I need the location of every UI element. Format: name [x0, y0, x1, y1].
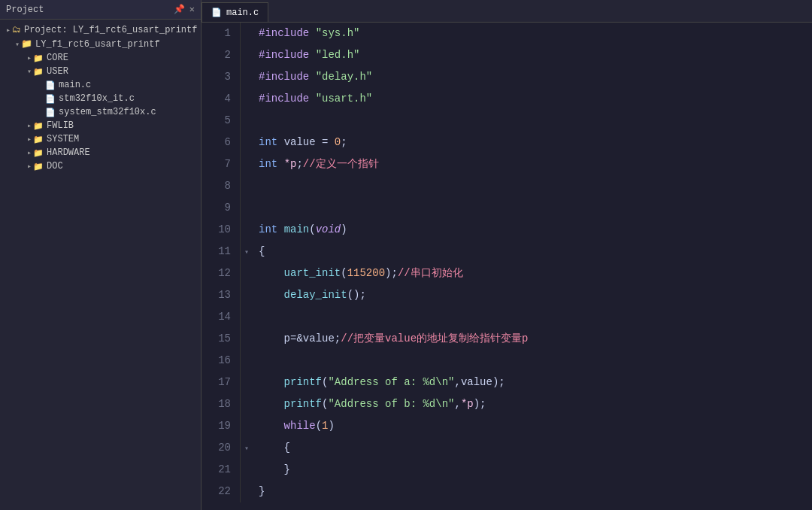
fold-5 — [241, 110, 253, 132]
code-15: p=&value;//把变量value的地址复制给指针变量p — [253, 328, 812, 350]
line-num-10: 10 — [201, 219, 241, 241]
line-num-1: 1 — [201, 23, 241, 44]
core-folder-item[interactable]: ▸ 📁 CORE — [0, 51, 201, 65]
editor-area: 📄 main.c 1 #include "sys.h" 2 #include "… — [201, 0, 812, 510]
line-11: 11 ▾ { — [201, 241, 812, 263]
fwlib-icon: 📁 — [33, 121, 44, 131]
line-5: 5 — [201, 110, 812, 132]
pin-icon[interactable]: 📌 — [174, 4, 185, 15]
fold-11[interactable]: ▾ — [241, 241, 253, 263]
fold-4 — [241, 88, 253, 110]
doc-item[interactable]: ▸ 📁 DOC — [0, 159, 201, 173]
line-20: 20 ▾ { — [201, 437, 812, 459]
fwlib-label: FWLIB — [47, 120, 74, 131]
core-folder-label: CORE — [47, 53, 68, 63]
line-num-9: 9 — [201, 197, 241, 219]
line-1: 1 #include "sys.h" — [201, 23, 812, 44]
sidebar-header-left: Project — [6, 5, 44, 15]
fwlib-expand: ▸ — [27, 121, 32, 130]
project-root-label: Project: LY_f1_rct6_usart_printf — [24, 25, 197, 35]
line-2: 2 #include "led.h" — [201, 44, 812, 66]
fold-15 — [241, 328, 253, 350]
code-2: #include "led.h" — [253, 44, 812, 66]
code-13: delay_init(); — [253, 284, 812, 306]
code-22: } — [253, 481, 812, 502]
line-num-5: 5 — [201, 110, 241, 132]
line-num-8: 8 — [201, 175, 241, 197]
sidebar-header: Project 📌 ✕ — [0, 0, 201, 20]
main-c-label: main.c — [59, 80, 91, 90]
line-6: 6 int value = 0; — [201, 132, 812, 153]
code-5 — [253, 110, 812, 132]
line-num-14: 14 — [201, 306, 241, 328]
system-stm32-item[interactable]: ▸ 📄 system_stm32f10x.c — [0, 105, 201, 119]
line-num-11: 11 — [201, 241, 241, 263]
doc-icon: 📁 — [33, 162, 44, 172]
main-c-item[interactable]: ▸ 📄 main.c — [0, 78, 201, 92]
system-folder-item[interactable]: ▸ 📁 SYSTEM — [0, 132, 201, 146]
line-21: 21 } — [201, 459, 812, 481]
line-num-16: 16 — [201, 350, 241, 372]
code-14 — [253, 306, 812, 328]
fold-2 — [241, 44, 253, 66]
tab-main-c[interactable]: 📄 main.c — [201, 2, 268, 22]
line-3: 3 #include "delay.h" — [201, 66, 812, 88]
line-7: 7 int *p;//定义一个指针 — [201, 153, 812, 175]
line-num-4: 4 — [201, 88, 241, 110]
code-17: printf("Address of a: %d\n",value); — [253, 372, 812, 393]
code-19: while(1) — [253, 415, 812, 437]
fold-16 — [241, 350, 253, 372]
line-10: 10 int main(void) — [201, 219, 812, 241]
fold-3 — [241, 66, 253, 88]
main-c-icon: 📄 — [45, 80, 56, 90]
fwlib-item[interactable]: ▸ 📁 FWLIB — [0, 119, 201, 132]
stm32-it-item[interactable]: ▸ 📄 stm32f10x_it.c — [0, 92, 201, 105]
close-icon[interactable]: ✕ — [189, 4, 195, 15]
fold-17 — [241, 372, 253, 393]
fold-12 — [241, 263, 253, 284]
tab-bar: 📄 main.c — [201, 0, 812, 23]
code-20: { — [253, 437, 812, 459]
line-13: 13 delay_init(); — [201, 284, 812, 306]
fold-8 — [241, 175, 253, 197]
tab-filename: main.c — [226, 8, 259, 18]
line-19: 19 while(1) — [201, 415, 812, 437]
tab-file-icon: 📄 — [211, 8, 222, 17]
folder-icon-2: 📁 — [21, 38, 32, 50]
user-folder-item[interactable]: ▾ 📁 USER — [0, 65, 201, 78]
line-num-15: 15 — [201, 328, 241, 350]
project-icon: 🗂 — [12, 24, 21, 35]
fold-20[interactable]: ▾ — [241, 437, 253, 459]
core-expand-icon: ▸ — [27, 53, 32, 62]
line-num-20: 20 — [201, 437, 241, 459]
main-layout: Project 📌 ✕ ▸ 🗂 Project: LY_f1_rct6_usar… — [0, 0, 812, 510]
code-11: { — [253, 241, 812, 263]
hardware-item[interactable]: ▸ 📁 HARDWARE — [0, 146, 201, 159]
code-container[interactable]: 1 #include "sys.h" 2 #include "led.h" 3 … — [201, 23, 812, 510]
user-folder-icon: 📁 — [33, 67, 44, 77]
project-node-item[interactable]: ▾ 📁 LY_f1_rct6_usart_printf — [0, 37, 201, 51]
doc-label: DOC — [47, 161, 63, 172]
line-14: 14 — [201, 306, 812, 328]
fold-22 — [241, 481, 253, 502]
code-16 — [253, 350, 812, 372]
fold-21 — [241, 459, 253, 481]
system-icon: 📄 — [45, 108, 56, 117]
line-num-13: 13 — [201, 284, 241, 306]
line-num-19: 19 — [201, 415, 241, 437]
hardware-icon: 📁 — [33, 148, 44, 158]
project-root-item[interactable]: ▸ 🗂 Project: LY_f1_rct6_usart_printf — [0, 23, 201, 37]
line-num-3: 3 — [201, 66, 241, 88]
line-4: 4 #include "usart.h" — [201, 88, 812, 110]
sidebar-panel: Project 📌 ✕ ▸ 🗂 Project: LY_f1_rct6_usar… — [0, 0, 201, 510]
line-12: 12 uart_init(115200);//串口初始化 — [201, 263, 812, 284]
fold-14 — [241, 306, 253, 328]
code-18: printf("Address of b: %d\n",*p); — [253, 393, 812, 415]
code-3: #include "delay.h" — [253, 66, 812, 88]
user-folder-label: USER — [47, 66, 68, 77]
fold-10 — [241, 219, 253, 241]
code-21: } — [253, 459, 812, 481]
hardware-label: HARDWARE — [47, 147, 90, 158]
line-num-17: 17 — [201, 372, 241, 393]
stm32-it-icon: 📄 — [45, 94, 56, 104]
